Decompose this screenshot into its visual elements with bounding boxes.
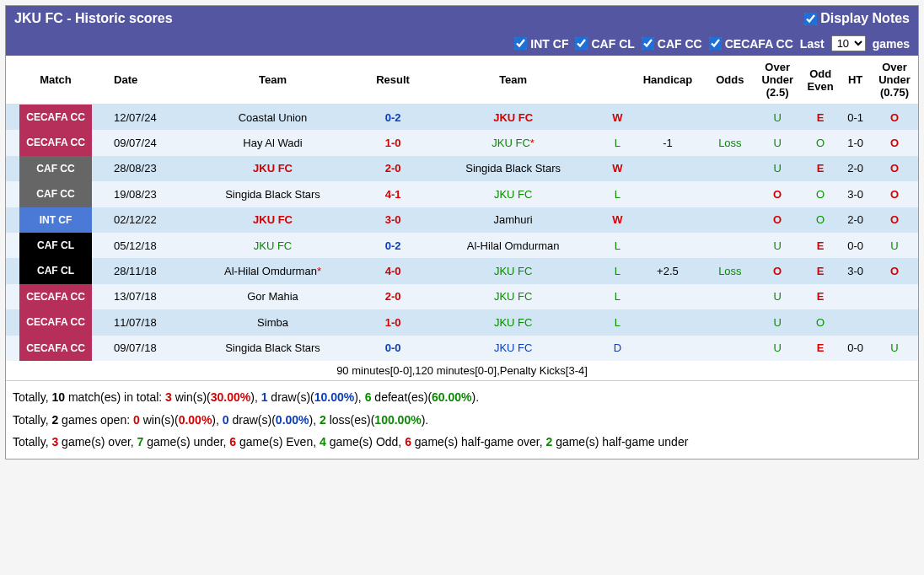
handicap-cell [629, 105, 706, 131]
table-row: CAF CL28/11/18Al-Hilal Omdurman*4-0JKU F… [6, 258, 918, 283]
result-cell[interactable]: 4-1 [365, 181, 421, 207]
ou075-cell: O [871, 258, 918, 283]
away-team[interactable]: JKU FC [421, 284, 606, 309]
wl-cell: W [605, 156, 629, 181]
ht-cell [840, 284, 871, 309]
away-team[interactable]: JKU FC [421, 181, 606, 207]
result-cell[interactable]: 4-0 [365, 258, 421, 283]
odds-cell [706, 309, 755, 335]
away-team[interactable]: JKU FC [421, 258, 606, 283]
handicap-cell: -1 [629, 130, 706, 155]
scores-table: Match Date Team Result Team Handicap Odd… [6, 56, 918, 361]
home-team[interactable]: JKU FC [180, 207, 366, 233]
home-team[interactable]: Singida Black Stars [180, 181, 366, 207]
handicap-cell [629, 336, 706, 361]
col-match: Match [6, 56, 105, 105]
table-row: CECAFA CC11/07/18Simba1-0JKU FCLUO [6, 309, 918, 335]
historic-scores-panel: JKU FC - Historic scores Display Notes I… [5, 5, 919, 459]
date-cell: 28/08/23 [105, 156, 180, 181]
away-team[interactable]: JKU FC [421, 336, 606, 361]
handicap-cell: +2.5 [629, 258, 706, 283]
cafcc-checkbox[interactable] [642, 37, 654, 50]
comp-badge[interactable]: CECAFA CC [6, 130, 105, 155]
filter-cafcl[interactable]: CAF CL [575, 37, 634, 51]
away-team[interactable]: Al-Hilal Omdurman [421, 233, 606, 258]
comp-badge[interactable]: CECAFA CC [6, 309, 105, 335]
result-cell[interactable]: 1-0 [365, 309, 421, 335]
away-team[interactable]: JKU FC [421, 309, 606, 335]
result-cell[interactable]: 3-0 [365, 207, 421, 233]
ou25-cell: U [754, 130, 801, 155]
wl-cell: L [605, 130, 629, 155]
home-team[interactable]: Gor Mahia [180, 284, 366, 309]
result-cell[interactable]: 0-0 [365, 336, 421, 361]
handicap-cell [629, 309, 706, 335]
comp-badge[interactable]: INT CF [6, 207, 105, 233]
last-games-select[interactable]: 10 [831, 35, 866, 51]
comp-badge[interactable]: CECAFA CC [6, 105, 105, 131]
home-team[interactable]: JKU FC [180, 233, 366, 258]
cecafacc-checkbox[interactable] [709, 37, 722, 50]
ht-cell: 0-0 [840, 233, 871, 258]
home-team[interactable]: Al-Hilal Omdurman* [180, 258, 366, 283]
ou075-cell: U [871, 336, 918, 361]
col-team1: Team [180, 56, 366, 105]
oe-cell: E [801, 156, 840, 181]
comp-badge[interactable]: CAF CC [6, 181, 105, 207]
filter-cafcc[interactable]: CAF CC [642, 37, 702, 51]
ou075-cell [871, 309, 918, 335]
odds-cell [706, 233, 755, 258]
col-ou25: Over Under (2.5) [754, 56, 801, 105]
ht-cell: 0-0 [840, 336, 871, 361]
summary: Totally, 10 match(es) in total: 3 win(s)… [6, 380, 918, 459]
table-row: CAF CC19/08/23Singida Black Stars4-1JKU … [6, 181, 918, 207]
result-cell[interactable]: 2-0 [365, 284, 421, 309]
ht-cell [840, 309, 871, 335]
oe-cell: O [801, 309, 840, 335]
ou25-cell: U [754, 156, 801, 181]
filter-cecafacc[interactable]: CECAFA CC [709, 37, 793, 51]
home-team[interactable]: JKU FC [180, 156, 366, 181]
wl-cell: L [605, 181, 629, 207]
display-notes-checkbox[interactable] [804, 13, 817, 25]
panel-header: JKU FC - Historic scores Display Notes [6, 6, 918, 31]
filter-bar: INT CF CAF CL CAF CC CECAFA CC Last 10 g… [6, 31, 918, 56]
home-team[interactable]: Coastal Union [180, 105, 366, 131]
wl-cell: W [605, 207, 629, 233]
handicap-cell [629, 207, 706, 233]
table-row: CECAFA CC12/07/24Coastal Union0-2JKU FCW… [6, 105, 918, 131]
comp-badge[interactable]: CAF CL [6, 258, 105, 283]
odds-cell: Loss [706, 258, 755, 283]
ou075-cell: O [871, 181, 918, 207]
col-team2: Team [421, 56, 606, 105]
display-notes-toggle[interactable]: Display Notes [804, 11, 910, 26]
comp-badge[interactable]: CECAFA CC [6, 336, 105, 361]
summary-line-3: Totally, 3 game(s) over, 7 game(s) under… [13, 431, 911, 454]
home-team[interactable]: Singida Black Stars [180, 336, 366, 361]
comp-badge[interactable]: CECAFA CC [6, 284, 105, 309]
result-cell[interactable]: 0-2 [365, 105, 421, 131]
filter-intcf[interactable]: INT CF [514, 37, 568, 51]
comp-badge[interactable]: CAF CC [6, 156, 105, 181]
ou075-cell: O [871, 156, 918, 181]
home-team[interactable]: Hay Al Wadi [180, 130, 366, 155]
away-team[interactable]: JKU FC* [421, 130, 606, 155]
header-row: Match Date Team Result Team Handicap Odd… [6, 56, 918, 105]
oe-cell: E [801, 105, 840, 131]
away-team[interactable]: Jamhuri [421, 207, 606, 233]
date-cell: 02/12/22 [105, 207, 180, 233]
result-cell[interactable]: 1-0 [365, 130, 421, 155]
result-cell[interactable]: 0-2 [365, 233, 421, 258]
wl-cell: D [605, 336, 629, 361]
intcf-checkbox[interactable] [514, 37, 527, 50]
comp-badge[interactable]: CAF CL [6, 233, 105, 258]
cafcl-checkbox[interactable] [575, 37, 588, 50]
footnote: 90 minutes[0-0],120 minutes[0-0],Penalty… [6, 361, 918, 380]
result-cell[interactable]: 2-0 [365, 156, 421, 181]
home-team[interactable]: Simba [180, 309, 366, 335]
col-date: Date [105, 56, 180, 105]
oe-cell: O [801, 130, 840, 155]
away-team[interactable]: Singida Black Stars [421, 156, 606, 181]
away-team[interactable]: JKU FC [421, 105, 606, 131]
table-row: CECAFA CC13/07/18Gor Mahia2-0JKU FCLUE [6, 284, 918, 309]
